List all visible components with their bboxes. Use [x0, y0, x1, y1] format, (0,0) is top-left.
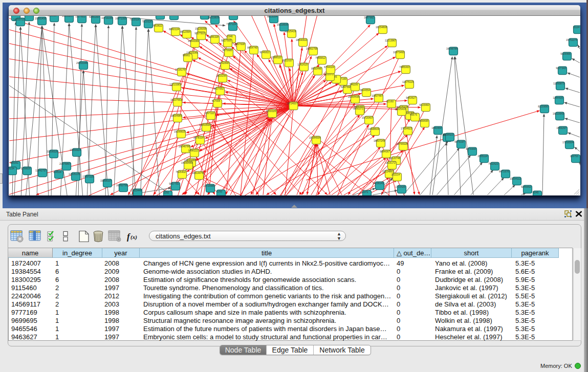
svg-text:12213967: 12213967	[385, 39, 396, 42]
svg-text:15720407: 15720407	[362, 116, 373, 119]
svg-text:19218506: 19218506	[277, 23, 288, 26]
svg-text:9227343: 9227343	[556, 67, 566, 70]
svg-text:14136141: 14136141	[373, 182, 384, 185]
svg-text:9146821: 9146821	[259, 51, 270, 54]
svg-text:2935114: 2935114	[477, 155, 487, 158]
svg-text:7357224: 7357224	[226, 23, 236, 26]
svg-text:19384554: 19384554	[309, 136, 320, 139]
svg-text:10654112: 10654112	[510, 177, 521, 180]
svg-text:1690371: 1690371	[353, 107, 363, 110]
svg-text:9100557: 9100557	[48, 16, 58, 17]
svg-text:252214: 252214	[391, 173, 400, 176]
svg-text:9115460: 9115460	[419, 103, 429, 106]
svg-text:9329966: 9329966	[560, 52, 571, 55]
svg-text:17016504: 17016504	[562, 141, 574, 144]
svg-text:16210643: 16210643	[553, 112, 564, 115]
svg-text:16961758: 16961758	[306, 47, 317, 50]
svg-text:12213383: 12213383	[169, 83, 181, 86]
svg-text:7625402: 7625402	[176, 170, 186, 173]
svg-text:1588520: 1588520	[271, 56, 281, 59]
svg-text:6879197: 6879197	[454, 140, 465, 143]
svg-text:2718176: 2718176	[175, 68, 185, 71]
svg-text:116753: 116753	[570, 155, 579, 158]
svg-text:10120746: 10120746	[389, 157, 400, 160]
svg-text:16782759: 16782759	[116, 184, 127, 187]
svg-text:13716485: 13716485	[203, 184, 214, 187]
svg-text:18724007: 18724007	[286, 102, 297, 105]
svg-text:9245652: 9245652	[521, 185, 531, 188]
svg-text:10025433: 10025433	[395, 107, 406, 111]
svg-text:20206526: 20206526	[47, 150, 58, 153]
svg-text:17654923: 17654923	[401, 127, 412, 130]
svg-text:1569297: 1569297	[556, 126, 567, 129]
svg-text:19166825: 19166825	[174, 130, 185, 133]
svg-text:7515526: 7515526	[142, 20, 152, 23]
svg-text:9242848: 9242848	[219, 61, 229, 64]
svg-text:16033809: 16033809	[208, 16, 219, 19]
svg-text:12975115: 12975115	[402, 80, 413, 83]
svg-text:10807487: 10807487	[372, 94, 383, 97]
svg-text:12942757: 12942757	[35, 169, 47, 172]
svg-text:18807249: 18807249	[374, 139, 385, 142]
svg-text:12923448: 12923448	[130, 189, 142, 192]
svg-text:13353594: 13353594	[199, 123, 210, 126]
svg-text:16648784: 16648784	[446, 47, 458, 50]
svg-text:11124: 11124	[573, 26, 579, 29]
svg-text:9327503: 9327503	[194, 32, 205, 35]
svg-text:6466160: 6466160	[89, 16, 99, 18]
svg-text:1371: 1371	[362, 190, 368, 193]
svg-text:9245: 9245	[533, 191, 538, 194]
svg-text:7485063: 7485063	[399, 65, 409, 69]
svg-text:7955812: 7955812	[315, 56, 325, 59]
svg-text:114519: 114519	[53, 170, 62, 173]
svg-text:7515526: 7515526	[129, 18, 140, 21]
svg-text:2867608: 2867608	[234, 42, 245, 46]
svg-text:8912954: 8912954	[180, 30, 190, 33]
svg-text:3675685: 3675685	[222, 49, 232, 52]
svg-text:1527602: 1527602	[75, 16, 85, 18]
svg-text:1362615: 1362615	[297, 63, 308, 66]
svg-text:15751074: 15751074	[566, 38, 577, 41]
svg-text:9327505: 9327505	[221, 39, 231, 42]
svg-text:9474444: 9474444	[466, 147, 476, 150]
svg-text:1292: 1292	[163, 191, 169, 194]
svg-text:49575: 49575	[410, 113, 417, 116]
svg-text:2087682: 2087682	[364, 16, 374, 19]
svg-text:3267110: 3267110	[204, 112, 214, 115]
svg-text:12505135: 12505135	[69, 172, 80, 176]
svg-text:1498222: 1498222	[188, 149, 198, 152]
svg-text:10653267: 10653267	[62, 16, 73, 17]
svg-text:417006: 417006	[212, 99, 221, 102]
svg-text:1546: 1546	[227, 35, 232, 38]
svg-text:16046786: 16046786	[179, 145, 190, 148]
svg-text:8938923: 8938923	[443, 133, 453, 136]
svg-text:62160: 62160	[386, 100, 394, 103]
svg-text:14055721: 14055721	[13, 18, 25, 21]
svg-text:20364436: 20364436	[348, 95, 359, 98]
svg-text:1292: 1292	[216, 190, 222, 193]
svg-text:17957225: 17957225	[82, 175, 94, 178]
svg-text:9884067: 9884067	[380, 150, 390, 153]
svg-text:8427552: 8427552	[213, 87, 224, 90]
svg-text:995061: 995061	[10, 161, 19, 164]
svg-text:1156829: 1156829	[20, 167, 30, 170]
svg-text:15226058: 15226058	[195, 27, 206, 30]
svg-text:9699695: 9699695	[418, 119, 428, 122]
svg-text:8215956: 8215956	[538, 105, 548, 108]
svg-text:18640910: 18640910	[296, 38, 307, 41]
svg-text:98961: 98961	[183, 54, 190, 57]
svg-text:8471676: 8471676	[499, 170, 509, 173]
svg-text:16914479: 16914479	[192, 171, 203, 174]
svg-text:9857791: 9857791	[169, 182, 179, 185]
svg-text:10719155: 10719155	[101, 16, 113, 19]
svg-text:7632621: 7632621	[488, 162, 498, 165]
svg-text:10973493: 10973493	[393, 51, 404, 54]
svg-text:1244415: 1244415	[553, 96, 563, 99]
svg-text:746206: 746206	[350, 83, 358, 86]
svg-text:12093873: 12093873	[553, 82, 564, 85]
svg-text:1733426: 1733426	[395, 185, 405, 188]
svg-text:1615172: 1615172	[385, 161, 396, 164]
svg-text:7663822: 7663822	[152, 24, 162, 27]
svg-text:20975867: 20975867	[59, 162, 71, 165]
svg-text:1640954: 1640954	[431, 126, 442, 129]
